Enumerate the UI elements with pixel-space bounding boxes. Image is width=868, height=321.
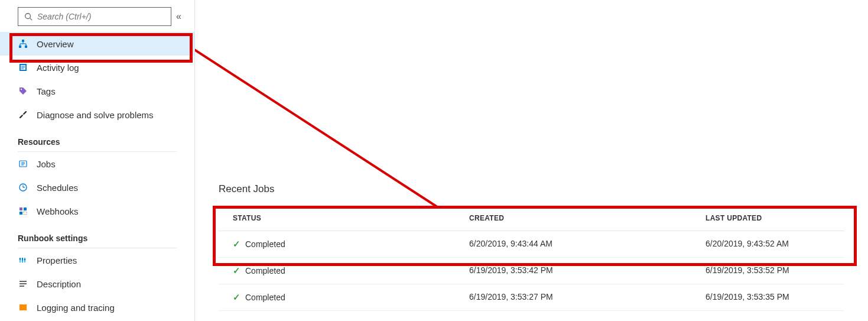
properties-icon bbox=[18, 255, 28, 265]
table-row[interactable]: ✓Completed 6/19/2019, 3:53:27 PM 6/19/20… bbox=[219, 284, 844, 311]
nav-label: Tags bbox=[37, 86, 56, 96]
sitemap-icon bbox=[18, 38, 28, 49]
status-text: Completed bbox=[245, 293, 285, 302]
nav-properties[interactable]: Properties bbox=[0, 248, 194, 272]
nav-description[interactable]: Description bbox=[0, 272, 194, 296]
check-icon: ✓ bbox=[233, 265, 240, 276]
nav-label: Webhooks bbox=[37, 206, 79, 216]
nav-logging[interactable]: Logging and tracing bbox=[0, 296, 194, 319]
updated-text: 6/20/2019, 9:43:52 AM bbox=[706, 239, 830, 249]
nav-label: Logging and tracing bbox=[37, 303, 115, 313]
clock-icon bbox=[18, 182, 28, 193]
svg-point-30 bbox=[22, 261, 24, 262]
section-resources: Resources bbox=[0, 127, 194, 151]
logging-icon bbox=[18, 302, 28, 313]
svg-rect-35 bbox=[19, 304, 27, 310]
created-text: 6/20/2019, 9:43:44 AM bbox=[469, 239, 706, 249]
nav-label: Description bbox=[37, 279, 81, 289]
nav-diagnose[interactable]: Diagnose and solve problems bbox=[0, 103, 194, 127]
tag-icon bbox=[18, 86, 28, 96]
main-content: Recent Jobs STATUS CREATED LAST UPDATED … bbox=[195, 0, 868, 321]
svg-rect-2 bbox=[22, 40, 24, 42]
nav-label: Schedules bbox=[37, 183, 78, 193]
nav-label: Activity log bbox=[37, 63, 79, 73]
updated-text: 6/19/2019, 3:53:52 PM bbox=[706, 265, 830, 276]
nav-label: Properties bbox=[37, 255, 77, 265]
nav-activity-log[interactable]: Activity log bbox=[0, 56, 194, 79]
status-text: Completed bbox=[245, 266, 285, 275]
search-box[interactable] bbox=[18, 7, 171, 26]
check-icon: ✓ bbox=[233, 239, 240, 249]
search-input[interactable] bbox=[37, 12, 165, 21]
log-icon bbox=[18, 62, 28, 73]
description-icon bbox=[18, 278, 28, 289]
svg-rect-3 bbox=[19, 46, 21, 48]
svg-rect-22 bbox=[19, 207, 22, 210]
sidebar: « Overview Activity log Tags Diagnose an… bbox=[0, 0, 195, 321]
section-runbook-settings: Runbook settings bbox=[0, 223, 194, 248]
created-text: 6/19/2019, 3:53:27 PM bbox=[469, 292, 706, 303]
svg-rect-24 bbox=[19, 212, 22, 215]
recent-jobs-title: Recent Jobs bbox=[219, 183, 275, 195]
svg-line-1 bbox=[30, 18, 32, 21]
nav-label: Overview bbox=[37, 39, 74, 49]
svg-rect-4 bbox=[25, 46, 27, 48]
check-icon: ✓ bbox=[233, 292, 240, 303]
wrench-icon bbox=[18, 109, 28, 120]
col-header-status: STATUS bbox=[233, 214, 469, 222]
svg-point-14 bbox=[21, 89, 22, 90]
nav-overview[interactable]: Overview bbox=[0, 32, 194, 56]
status-text: Completed bbox=[245, 239, 285, 249]
nav-label: Diagnose and solve problems bbox=[37, 110, 154, 120]
nav-jobs[interactable]: Jobs bbox=[0, 152, 194, 176]
recent-jobs-table: STATUS CREATED LAST UPDATED ✓Completed 6… bbox=[219, 206, 844, 311]
svg-point-31 bbox=[24, 259, 26, 261]
table-header: STATUS CREATED LAST UPDATED bbox=[219, 206, 844, 231]
svg-rect-25 bbox=[24, 212, 27, 215]
collapse-sidebar-button[interactable]: « bbox=[176, 11, 181, 22]
webhook-icon bbox=[18, 206, 28, 216]
updated-text: 6/19/2019, 3:53:35 PM bbox=[706, 292, 830, 303]
nav-label: Jobs bbox=[37, 159, 56, 169]
col-header-created: CREATED bbox=[469, 214, 706, 222]
nav-schedules[interactable]: Schedules bbox=[0, 176, 194, 199]
jobs-icon bbox=[18, 158, 28, 169]
nav-webhooks[interactable]: Webhooks bbox=[0, 199, 194, 223]
table-row[interactable]: ✓Completed 6/20/2019, 9:43:44 AM 6/20/20… bbox=[219, 231, 844, 258]
svg-point-0 bbox=[25, 14, 31, 19]
svg-point-29 bbox=[19, 258, 21, 260]
table-row[interactable]: ✓Completed 6/19/2019, 3:53:42 PM 6/19/20… bbox=[219, 258, 844, 284]
col-header-updated: LAST UPDATED bbox=[706, 214, 830, 222]
created-text: 6/19/2019, 3:53:42 PM bbox=[469, 265, 706, 276]
svg-rect-23 bbox=[24, 207, 27, 210]
nav-tags[interactable]: Tags bbox=[0, 79, 194, 103]
search-icon bbox=[24, 12, 32, 21]
